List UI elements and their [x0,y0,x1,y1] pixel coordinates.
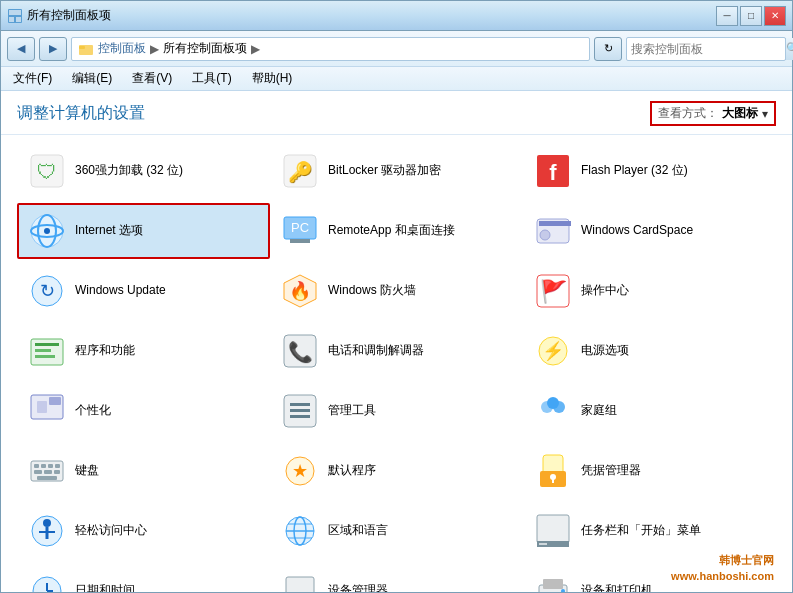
item-region[interactable]: 区域和语言 [270,503,523,559]
title-bar-left: 所有控制面板项 [7,7,111,24]
item-bitlocker-icon: 🔑 [280,151,320,191]
menu-view[interactable]: 查看(V) [128,68,176,89]
item-taskbar-icon [533,511,573,551]
svg-rect-38 [49,397,61,405]
item-action-label: 操作中心 [581,283,629,299]
item-programs-label: 程序和功能 [75,343,135,359]
breadcrumb-sep2: ▶ [251,42,260,56]
item-cardspace[interactable]: Windows CardSpace [523,203,776,259]
items-wrapper: 🛡360强力卸载 (32 位)🔑BitLocker 驱动器加密fFlash Pl… [1,135,792,592]
item-taskbar[interactable]: 任务栏和「开始」菜单 [523,503,776,559]
item-date[interactable]: 日期和时间 [17,563,270,592]
maximize-button[interactable]: □ [740,6,762,26]
forward-button[interactable]: ▶ [39,37,67,61]
item-region-icon [280,511,320,551]
search-button[interactable]: 🔍 [785,38,793,60]
item-default-icon: ★ [280,451,320,491]
item-cardspace-label: Windows CardSpace [581,223,693,239]
item-firewall[interactable]: 🔥Windows 防火墙 [270,263,523,319]
item-access-icon [27,511,67,551]
svg-rect-37 [37,401,47,413]
item-flash-label: Flash Player (32 位) [581,163,688,179]
search-box: 🔍 [626,37,786,61]
svg-rect-80 [543,579,563,589]
item-device-print-icon [533,571,573,592]
item-bitlocker-label: BitLocker 驱动器加密 [328,163,441,179]
items-grid: 🛡360强力卸载 (32 位)🔑BitLocker 驱动器加密fFlash Pl… [1,135,792,592]
menu-edit[interactable]: 编辑(E) [68,68,116,89]
svg-point-45 [547,397,559,409]
view-mode-selector[interactable]: 查看方式： 大图标 ▾ [650,101,776,126]
item-homegroup-label: 家庭组 [581,403,617,419]
item-device-mgr[interactable]: 设备管理器 [270,563,523,592]
svg-text:↻: ↻ [40,281,55,301]
item-credential-label: 凭据管理器 [581,463,641,479]
menu-file[interactable]: 文件(F) [9,68,56,89]
item-keyboard-icon [27,451,67,491]
item-internet-icon [27,211,67,251]
svg-rect-40 [290,403,310,406]
item-internet-label: Internet 选项 [75,223,143,239]
svg-text:🚩: 🚩 [540,278,568,305]
svg-rect-70 [537,515,569,543]
item-manage-icon [280,391,320,431]
address-bar: ◀ ▶ 控制面板 ▶ 所有控制面板项 ▶ ↻ 🔍 [1,31,792,67]
item-credential-icon [533,451,573,491]
item-credential[interactable]: 凭据管理器 [523,443,776,499]
item-remoteapp[interactable]: PCRemoteApp 和桌面连接 [270,203,523,259]
menu-bar: 文件(F) 编辑(E) 查看(V) 工具(T) 帮助(H) [1,67,792,91]
svg-rect-52 [44,470,52,474]
item-action-icon: 🚩 [533,271,573,311]
svg-rect-54 [37,476,57,480]
item-bitlocker[interactable]: 🔑BitLocker 驱动器加密 [270,143,523,199]
page-title: 调整计算机的设置 [17,103,145,124]
item-manage-label: 管理工具 [328,403,376,419]
item-homegroup[interactable]: 家庭组 [523,383,776,439]
item-power[interactable]: ⚡电源选项 [523,323,776,379]
svg-rect-41 [290,409,310,412]
search-input[interactable] [627,42,785,56]
item-default[interactable]: ★默认程序 [270,443,523,499]
menu-help[interactable]: 帮助(H) [248,68,297,89]
item-phone[interactable]: 📞电话和调制解调器 [270,323,523,379]
watermark-line1: 韩博士官网 [671,553,774,568]
item-device-mgr-label: 设备管理器 [328,583,388,592]
item-access[interactable]: 轻松访问中心 [17,503,270,559]
svg-point-21 [540,230,550,240]
svg-rect-60 [552,477,554,483]
refresh-button[interactable]: ↻ [594,37,622,61]
item-winupdate-icon: ↻ [27,271,67,311]
item-manage[interactable]: 管理工具 [270,383,523,439]
close-button[interactable]: ✕ [764,6,786,26]
svg-text:f: f [549,160,557,185]
svg-rect-49 [48,464,53,468]
content-area: 调整计算机的设置 查看方式： 大图标 ▾ 🛡360强力卸载 (32 位)🔑Bit… [1,91,792,592]
item-device-print-label: 设备和打印机 [581,583,653,592]
breadcrumb-sep1: ▶ [150,42,159,56]
menu-tools[interactable]: 工具(T) [188,68,235,89]
svg-rect-51 [34,470,42,474]
folder-icon [78,41,94,57]
item-keyboard[interactable]: 键盘 [17,443,270,499]
item-internet[interactable]: Internet 选项 [17,203,270,259]
svg-rect-53 [54,470,60,474]
svg-rect-47 [34,464,39,468]
svg-rect-20 [539,221,571,226]
back-button[interactable]: ◀ [7,37,35,61]
item-winupdate[interactable]: ↻Windows Update [17,263,270,319]
item-winupdate-label: Windows Update [75,283,166,299]
item-360[interactable]: 🛡360强力卸载 (32 位) [17,143,270,199]
title-bar: 所有控制面板项 ─ □ ✕ [1,1,792,31]
minimize-button[interactable]: ─ [716,6,738,26]
item-power-label: 电源选项 [581,343,629,359]
breadcrumb[interactable]: 控制面板 ▶ 所有控制面板项 ▶ [71,37,590,61]
item-personal[interactable]: 个性化 [17,383,270,439]
svg-rect-31 [35,355,55,358]
item-action[interactable]: 🚩操作中心 [523,263,776,319]
item-flash[interactable]: fFlash Player (32 位) [523,143,776,199]
item-firewall-icon: 🔥 [280,271,320,311]
item-programs[interactable]: 程序和功能 [17,323,270,379]
svg-point-62 [43,519,51,527]
svg-rect-50 [55,464,60,468]
view-mode-value: 大图标 [722,105,758,122]
